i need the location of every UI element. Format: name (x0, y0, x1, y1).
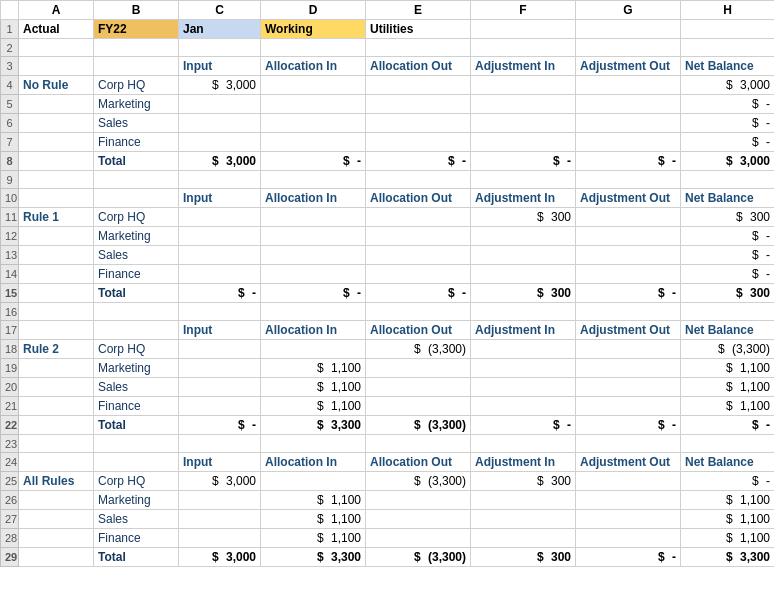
cell-15d[interactable]: $- (261, 284, 366, 303)
cell-11h[interactable]: $300 (681, 208, 775, 227)
row-24: 24 Input Allocation In Allocation Out Ad… (1, 453, 775, 472)
cell-28a (19, 529, 94, 548)
cell-8h[interactable]: $3,000 (681, 152, 775, 171)
cell-19h[interactable]: $1,100 (681, 359, 775, 378)
col-c-header[interactable]: C (179, 1, 261, 20)
cell-4h[interactable]: $3,000 (681, 76, 775, 95)
cell-20h[interactable]: $1,100 (681, 378, 775, 397)
cell-22c[interactable]: $- (179, 416, 261, 435)
cell-5b[interactable]: Marketing (94, 95, 179, 114)
cell-26e (366, 491, 471, 510)
cell-8f[interactable]: $- (471, 152, 576, 171)
cell-5h[interactable]: $- (681, 95, 775, 114)
cell-18h[interactable]: $(3,300) (681, 340, 775, 359)
cell-1d[interactable]: Working (261, 20, 366, 39)
col-d-header[interactable]: D (261, 1, 366, 20)
cell-19d[interactable]: $1,100 (261, 359, 366, 378)
cell-15h[interactable]: $300 (681, 284, 775, 303)
cell-22h[interactable]: $- (681, 416, 775, 435)
cell-21b[interactable]: Finance (94, 397, 179, 416)
cell-7b[interactable]: Finance (94, 133, 179, 152)
cell-8c[interactable]: $3,000 (179, 152, 261, 171)
cell-23g (576, 435, 681, 453)
cell-1e[interactable]: Utilities (366, 20, 471, 39)
cell-6h[interactable]: $- (681, 114, 775, 133)
cell-29c[interactable]: $3,000 (179, 548, 261, 567)
cell-18e[interactable]: $(3,300) (366, 340, 471, 359)
col-b-header[interactable]: B (94, 1, 179, 20)
cell-18b[interactable]: Corp HQ (94, 340, 179, 359)
cell-5a (19, 95, 94, 114)
cell-22f[interactable]: $- (471, 416, 576, 435)
cell-11b[interactable]: Corp HQ (94, 208, 179, 227)
cell-25a: All Rules (19, 472, 94, 491)
cell-8g[interactable]: $- (576, 152, 681, 171)
cell-29h[interactable]: $3,300 (681, 548, 775, 567)
cell-21d[interactable]: $1,100 (261, 397, 366, 416)
cell-20d[interactable]: $1,100 (261, 378, 366, 397)
cell-12b[interactable]: Marketing (94, 227, 179, 246)
cell-29f[interactable]: $300 (471, 548, 576, 567)
cell-16h (681, 303, 775, 321)
cell-25e[interactable]: $(3,300) (366, 472, 471, 491)
cell-19b[interactable]: Marketing (94, 359, 179, 378)
cell-22b[interactable]: Total (94, 416, 179, 435)
cell-25c[interactable]: $3,000 (179, 472, 261, 491)
cell-4b[interactable]: Corp HQ (94, 76, 179, 95)
cell-29g[interactable]: $- (576, 548, 681, 567)
cell-28b[interactable]: Finance (94, 529, 179, 548)
cell-11f[interactable]: $300 (471, 208, 576, 227)
cell-15f[interactable]: $300 (471, 284, 576, 303)
row-9-num: 9 (1, 171, 19, 189)
cell-26b[interactable]: Marketing (94, 491, 179, 510)
row-11: 11 Rule 1 Corp HQ $300 $300 (1, 208, 775, 227)
col-h-header[interactable]: H (681, 1, 775, 20)
row-7-num: 7 (1, 133, 19, 152)
cell-29d[interactable]: $3,300 (261, 548, 366, 567)
cell-26h[interactable]: $1,100 (681, 491, 775, 510)
cell-13h[interactable]: $- (681, 246, 775, 265)
cell-1h (681, 20, 775, 39)
cell-14b[interactable]: Finance (94, 265, 179, 284)
cell-21e (366, 397, 471, 416)
cell-26d[interactable]: $1,100 (261, 491, 366, 510)
cell-13b[interactable]: Sales (94, 246, 179, 265)
cell-25f[interactable]: $300 (471, 472, 576, 491)
cell-28h[interactable]: $1,100 (681, 529, 775, 548)
cell-15b[interactable]: Total (94, 284, 179, 303)
cell-1c[interactable]: Jan (179, 20, 261, 39)
cell-7h[interactable]: $- (681, 133, 775, 152)
cell-28d[interactable]: $1,100 (261, 529, 366, 548)
cell-15e[interactable]: $- (366, 284, 471, 303)
cell-25b[interactable]: Corp HQ (94, 472, 179, 491)
cell-25h[interactable]: $- (681, 472, 775, 491)
cell-22d[interactable]: $3,300 (261, 416, 366, 435)
cell-14h[interactable]: $- (681, 265, 775, 284)
cell-1b[interactable]: FY22 (94, 20, 179, 39)
cell-27h[interactable]: $1,100 (681, 510, 775, 529)
cell-17e: Allocation Out (366, 321, 471, 340)
cell-6b[interactable]: Sales (94, 114, 179, 133)
row-22: 22 Total $- $3,300 $(3,300) $- $- $- (1, 416, 775, 435)
cell-29b[interactable]: Total (94, 548, 179, 567)
cell-12h[interactable]: $- (681, 227, 775, 246)
cell-8d[interactable]: $- (261, 152, 366, 171)
cell-4c[interactable]: $3,000 (179, 76, 261, 95)
cell-22e[interactable]: $(3,300) (366, 416, 471, 435)
cell-15c[interactable]: $- (179, 284, 261, 303)
col-e-header[interactable]: E (366, 1, 471, 20)
cell-19c (179, 359, 261, 378)
cell-15g[interactable]: $- (576, 284, 681, 303)
col-a-header[interactable]: A (19, 1, 94, 20)
cell-29e[interactable]: $(3,300) (366, 548, 471, 567)
col-g-header[interactable]: G (576, 1, 681, 20)
cell-8b[interactable]: Total (94, 152, 179, 171)
cell-22g[interactable]: $- (576, 416, 681, 435)
col-f-header[interactable]: F (471, 1, 576, 20)
cell-27b[interactable]: Sales (94, 510, 179, 529)
cell-1a[interactable]: Actual (19, 20, 94, 39)
cell-8e[interactable]: $- (366, 152, 471, 171)
cell-20b[interactable]: Sales (94, 378, 179, 397)
cell-27d[interactable]: $1,100 (261, 510, 366, 529)
cell-21h[interactable]: $1,100 (681, 397, 775, 416)
